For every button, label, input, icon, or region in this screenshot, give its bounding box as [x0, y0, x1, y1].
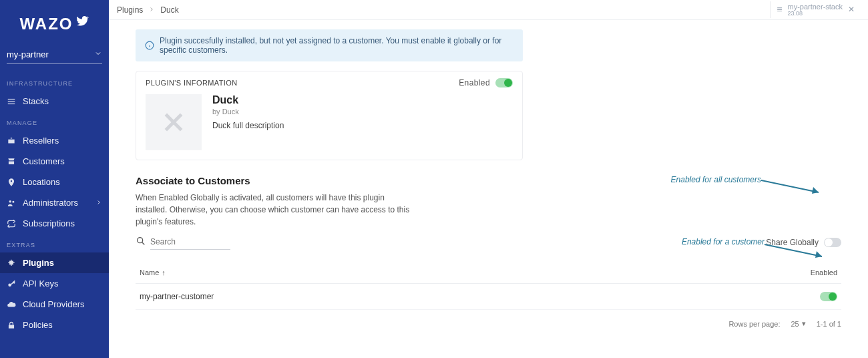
sort-asc-icon: ↑ [162, 268, 166, 277]
svg-rect-2 [8, 103, 15, 104]
sidebar-item-label: Subscriptions [23, 218, 75, 228]
briefcase-icon [7, 136, 16, 146]
key-icon [7, 279, 16, 289]
placeholder-x-icon [160, 109, 187, 136]
sidebar-item-label: API Keys [23, 279, 58, 289]
tenant-name: my-partner [7, 49, 49, 59]
svg-point-5 [8, 283, 11, 287]
svg-point-3 [9, 200, 12, 202]
card-header-title: PLUGIN'S INFORMATION [146, 79, 238, 87]
breadcrumb-root[interactable]: Plugins [117, 5, 143, 15]
tenant-selector[interactable]: my-partner [7, 45, 102, 64]
nav-section-header: EXTRAS [0, 234, 109, 252]
associate-description: When Enabled Globally is activated, all … [136, 192, 416, 228]
plugin-enabled-toggle[interactable] [495, 78, 513, 87]
sidebar-item-label: Customers [23, 156, 65, 166]
info-alert: Plugin succesfully installed, but not ye… [136, 29, 523, 61]
sidebar-item-label: Plugins [23, 258, 54, 268]
sidebar-item-cloud-providers[interactable]: Cloud Providers [0, 294, 109, 315]
sidebar-item-stacks[interactable]: Stacks [0, 91, 109, 112]
search-icon [136, 236, 146, 248]
column-header-enabled: Enabled [797, 268, 837, 277]
sidebar-item-customers[interactable]: Customers [0, 151, 109, 172]
close-icon[interactable]: ✕ [848, 5, 855, 14]
chevron-right-icon [95, 198, 102, 208]
sidebar-item-label: Administrators [23, 198, 78, 208]
sidebar-item-plugins[interactable]: Plugins [0, 252, 109, 273]
sidebar-item-api-keys[interactable]: API Keys [0, 273, 109, 294]
plugin-title: Duck [212, 94, 284, 106]
people-icon [7, 198, 16, 208]
stack-version: 23.08 [787, 11, 843, 17]
sidebar-item-label: Stacks [23, 96, 49, 106]
info-icon [145, 41, 154, 50]
svg-rect-1 [8, 101, 15, 102]
topbar: Plugins Duck ≡ my-partner-stack 23.08 ✕ [109, 0, 868, 20]
sidebar-item-resellers[interactable]: Resellers [0, 130, 109, 151]
bird-icon [76, 15, 89, 27]
share-globally-toggle[interactable] [824, 238, 841, 247]
breadcrumb: Plugins Duck [117, 5, 179, 15]
stack-name: my-partner-stack [787, 3, 843, 11]
brand-text: WAZO [20, 15, 73, 33]
row-enabled-toggle[interactable] [820, 292, 837, 301]
sidebar-item-label: Locations [23, 177, 60, 187]
sidebar: WAZO my-partner INFRASTRUCTURE Stacks MA… [0, 0, 109, 358]
plugin-card: PLUGIN'S INFORMATION Enabled Duck by Duc… [136, 71, 523, 160]
pager-range: 1-1 of 1 [817, 320, 841, 328]
search-input[interactable] [150, 234, 230, 250]
enabled-label: Enabled [459, 78, 490, 87]
store-icon [7, 157, 16, 166]
sidebar-item-label: Cloud Providers [23, 299, 85, 309]
svg-line-13 [142, 242, 145, 245]
plugin-author: by Duck [212, 108, 284, 116]
sidebar-item-locations[interactable]: Locations [0, 172, 109, 192]
svg-point-4 [12, 200, 14, 202]
table-row[interactable]: my-partner-customer [136, 284, 841, 310]
breadcrumb-current: Duck [160, 5, 178, 15]
alert-text: Plugin succesfully installed, but not ye… [160, 36, 513, 55]
sidebar-item-label: Resellers [23, 136, 59, 146]
cloud-icon [7, 300, 16, 309]
svg-point-12 [138, 238, 143, 243]
nav-section-header: MANAGE [0, 112, 109, 130]
stack-chip[interactable]: ≡ my-partner-stack 23.08 ✕ [771, 1, 860, 19]
pin-icon [7, 178, 16, 187]
brand-logo: WAZO [0, 9, 109, 45]
table-pager: Rows per page: 25 ▾ 1-1 of 1 [136, 319, 841, 328]
list-icon: ≡ [777, 4, 782, 15]
sidebar-item-policies[interactable]: Policies [0, 315, 109, 335]
svg-rect-6 [9, 325, 14, 328]
chevron-down-icon [94, 49, 102, 59]
customers-table: Name ↑ Enabled my-partner-customer [136, 262, 841, 310]
plugin-thumbnail [146, 94, 202, 150]
sidebar-item-subscriptions[interactable]: Subscriptions [0, 213, 109, 234]
plugin-description: Duck full description [212, 121, 284, 130]
nav-section-header: INFRASTRUCTURE [0, 72, 109, 91]
share-globally-label: Share Globally [766, 238, 819, 247]
caret-down-icon: ▾ [802, 319, 806, 328]
loop-icon [7, 219, 16, 228]
chevron-right-icon [148, 5, 155, 15]
sidebar-item-administrators[interactable]: Administrators [0, 192, 109, 213]
svg-rect-0 [8, 98, 15, 99]
rows-per-page-label: Rows per page: [728, 320, 780, 328]
menu-icon [7, 97, 16, 106]
associate-title: Associate to Customers [136, 175, 841, 186]
column-header-name[interactable]: Name ↑ [140, 268, 797, 277]
puzzle-icon [7, 258, 16, 268]
rows-per-page-select[interactable]: 25 ▾ [791, 319, 805, 328]
lock-icon [7, 321, 16, 330]
customer-name: my-partner-customer [140, 292, 797, 301]
sidebar-item-label: Policies [23, 320, 53, 330]
